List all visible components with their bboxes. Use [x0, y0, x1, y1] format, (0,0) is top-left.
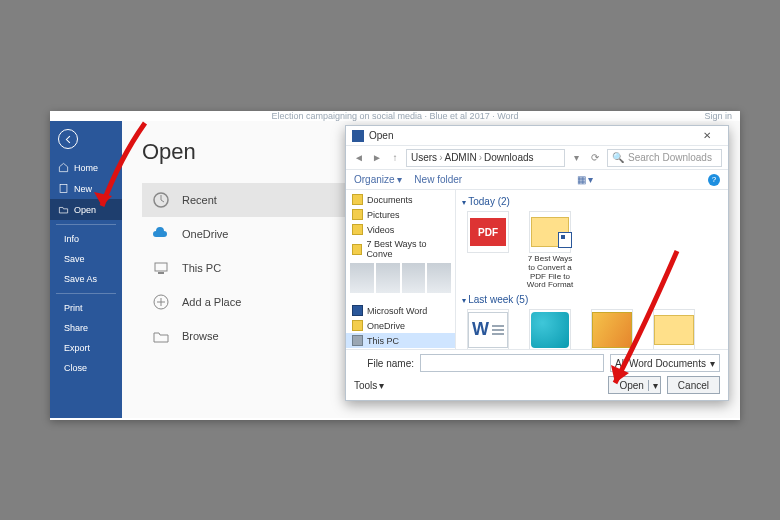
- drive-icon: [352, 335, 363, 346]
- sidebar-item-close[interactable]: Close: [50, 358, 122, 378]
- view-button[interactable]: ▦ ▾: [577, 174, 594, 185]
- tree-item[interactable]: Microsoft Word: [346, 303, 455, 318]
- nav-up-button[interactable]: ↑: [388, 151, 402, 165]
- svg-rect-3: [158, 272, 164, 274]
- file-item[interactable]: W: [462, 309, 514, 349]
- tree-item[interactable]: This PC: [346, 333, 455, 348]
- file-group-header[interactable]: Today (2): [462, 196, 722, 207]
- sidebar-item-info[interactable]: Info: [50, 229, 122, 249]
- file-item[interactable]: PDF: [462, 211, 514, 290]
- tree-label: OneDrive: [367, 321, 405, 331]
- file-name: 7 Best Ways to Convert a PDF File to Wor…: [524, 255, 576, 290]
- tree-label: 7 Best Ways to Conve: [366, 239, 449, 259]
- place-label: This PC: [182, 262, 221, 274]
- nav-fwd-button[interactable]: ►: [370, 151, 384, 165]
- tree-label: Videos: [367, 225, 394, 235]
- close-button[interactable]: ✕: [692, 130, 722, 141]
- refresh-button[interactable]: ⟳: [587, 151, 603, 165]
- onedrive-icon: [152, 225, 170, 243]
- browse-icon: [152, 327, 170, 345]
- sidebar-item-share[interactable]: Share: [50, 318, 122, 338]
- recent-icon: [152, 191, 170, 209]
- tree-label: Pictures: [367, 210, 400, 220]
- home-icon: [58, 162, 69, 173]
- folder-icon: [352, 320, 363, 331]
- dialog-title: Open: [369, 130, 393, 141]
- tools-dropdown[interactable]: Tools ▾: [354, 380, 384, 391]
- open-dialog: Open ✕ ◄ ► ↑ Users›ADMIN›Downloads ▾ ⟳ 🔍…: [345, 125, 729, 401]
- file-list: Today (2)PDF7 Best Ways to Convert a PDF…: [456, 190, 728, 349]
- swirl-icon: [529, 309, 571, 349]
- file-item[interactable]: [586, 309, 638, 349]
- file-item[interactable]: 7 Best Ways to Convert a PDF File to Wor…: [524, 211, 576, 290]
- backstage-sidebar: HomeNewOpen InfoSaveSave As PrintShareEx…: [50, 121, 122, 418]
- sidebar-label: Open: [74, 205, 96, 215]
- breadcrumb-separator-icon: ›: [479, 152, 482, 163]
- sidebar-divider: [56, 224, 116, 225]
- search-placeholder: Search Downloads: [628, 152, 712, 163]
- place-label: Add a Place: [182, 296, 241, 308]
- tree-label: Documents: [367, 195, 413, 205]
- folder-icon: [352, 194, 363, 205]
- place-label: Browse: [182, 330, 219, 342]
- dialog-body: DocumentsPicturesVideos7 Best Ways to Co…: [346, 190, 728, 349]
- folder-icon: [352, 209, 363, 220]
- tree-item[interactable]: Pictures: [346, 207, 455, 222]
- svg-rect-0: [60, 184, 67, 192]
- dialog-bottom: File name: All Word Documents▾ Tools ▾ O…: [346, 349, 728, 400]
- search-icon: 🔍: [612, 152, 624, 163]
- breadcrumb-separator-icon: ›: [439, 152, 442, 163]
- file-item[interactable]: [648, 309, 700, 349]
- sidebar-item-home[interactable]: Home: [50, 157, 122, 178]
- arrow-left-icon: [63, 134, 74, 145]
- open-icon: [58, 204, 69, 215]
- breadcrumb-dropdown[interactable]: ▾: [569, 151, 583, 165]
- tree-label: This PC: [367, 336, 399, 346]
- place-label: OneDrive: [182, 228, 228, 240]
- tree-item[interactable]: 7 Best Ways to Conve: [346, 237, 455, 261]
- folder-icon: [352, 244, 362, 255]
- image-icon: [591, 309, 633, 349]
- breadcrumb[interactable]: Users›ADMIN›Downloads: [406, 149, 565, 167]
- worddoc-icon: W: [467, 309, 509, 349]
- help-button[interactable]: ?: [708, 174, 720, 186]
- new-folder-button[interactable]: New folder: [414, 174, 462, 185]
- sidebar-item-new[interactable]: New: [50, 178, 122, 199]
- signin-link[interactable]: Sign in: [704, 111, 732, 121]
- breadcrumb-segment[interactable]: Users: [411, 152, 437, 163]
- file-item[interactable]: [524, 309, 576, 349]
- folder-icon: [352, 224, 363, 235]
- tree-item[interactable]: Videos: [346, 222, 455, 237]
- pdf-icon: PDF: [467, 211, 509, 253]
- organize-button[interactable]: Organize ▾: [354, 174, 402, 185]
- app-icon: [352, 305, 363, 316]
- open-button[interactable]: Open▾: [608, 376, 660, 394]
- file-grid: W: [462, 309, 722, 349]
- add-a-place-icon: [152, 293, 170, 311]
- dialog-toolbar: Organize ▾ New folder ▦ ▾ ?: [346, 170, 728, 190]
- filename-input[interactable]: [420, 354, 604, 372]
- sidebar-item-save[interactable]: Save: [50, 249, 122, 269]
- breadcrumb-segment[interactable]: Downloads: [484, 152, 533, 163]
- sidebar-label: New: [74, 184, 92, 194]
- dialog-titlebar: Open ✕: [346, 126, 728, 146]
- search-input[interactable]: 🔍 Search Downloads: [607, 149, 722, 167]
- breadcrumb-segment[interactable]: ADMIN: [444, 152, 476, 163]
- filename-label: File name:: [354, 358, 414, 369]
- sidebar-item-open[interactable]: Open: [50, 199, 122, 220]
- folder-icon: [653, 309, 695, 349]
- svg-rect-2: [155, 263, 167, 271]
- file-group-header[interactable]: Last week (5): [462, 294, 722, 305]
- sidebar-item-print[interactable]: Print: [50, 298, 122, 318]
- sidebar-item-export[interactable]: Export: [50, 338, 122, 358]
- nav-back-button[interactable]: ◄: [352, 151, 366, 165]
- tree-item[interactable]: Documents: [346, 192, 455, 207]
- tree-item[interactable]: OneDrive: [346, 318, 455, 333]
- cancel-button[interactable]: Cancel: [667, 376, 720, 394]
- sidebar-item-save-as[interactable]: Save As: [50, 269, 122, 289]
- file-type-filter[interactable]: All Word Documents▾: [610, 354, 720, 372]
- back-button[interactable]: [58, 129, 78, 149]
- file-grid: PDF7 Best Ways to Convert a PDF File to …: [462, 211, 722, 290]
- this-pc-icon: [152, 259, 170, 277]
- filter-label: All Word Documents: [615, 358, 706, 369]
